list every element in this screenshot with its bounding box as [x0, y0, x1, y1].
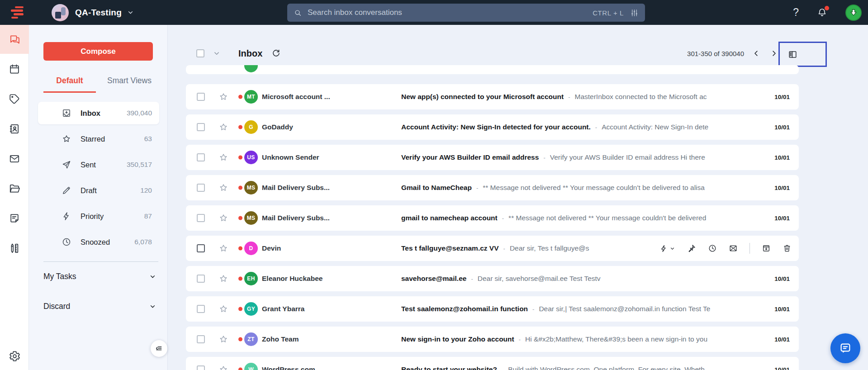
rail-folders-icon[interactable]: [0, 174, 29, 203]
row-checkbox[interactable]: [197, 244, 205, 252]
row-content: Ready to start your website? - Build wit…: [401, 365, 749, 370]
search-bar[interactable]: CTRL + L: [287, 4, 645, 22]
rail-contacts-icon[interactable]: [0, 114, 29, 143]
chat-fab-button[interactable]: [830, 333, 860, 363]
sidebar-folder-priority[interactable]: Priority 87: [38, 205, 159, 228]
mark-read-envelope-icon[interactable]: [729, 244, 738, 253]
section-discard[interactable]: Discard: [43, 299, 157, 313]
collapse-sidebar-button[interactable]: [151, 340, 167, 357]
unread-dot: [238, 247, 242, 251]
archive-icon[interactable]: [762, 244, 771, 253]
section-my-tasks[interactable]: My Tasks: [43, 270, 157, 283]
download-avatar-icon[interactable]: [845, 5, 862, 21]
unread-dot: [238, 156, 242, 160]
star-icon[interactable]: [218, 92, 228, 102]
avatar: US: [244, 151, 258, 164]
help-icon[interactable]: ?: [793, 6, 799, 19]
workspace-chevron-down-icon[interactable]: [127, 9, 134, 16]
star-icon[interactable]: [218, 213, 228, 223]
folder-count: 120: [140, 186, 152, 194]
subject: New app(s) connected to your Microsoft a…: [401, 93, 564, 101]
conversation-row[interactable]: [186, 65, 799, 74]
workspace-name[interactable]: QA-Testing: [75, 8, 122, 18]
rail-tags-icon[interactable]: [0, 85, 29, 114]
conversation-pane: Inbox 301-350 of 390040: [168, 25, 868, 370]
separator: -: [502, 215, 504, 222]
row-checkbox[interactable]: [197, 214, 205, 222]
prev-page-icon[interactable]: [752, 49, 760, 57]
conversation-row[interactable]: D Devin Tes t fallguye@seznam.cz VV - De…: [186, 236, 799, 261]
workspace-avatar[interactable]: [52, 4, 69, 21]
delete-trash-icon[interactable]: [783, 244, 792, 253]
sidebar-folder-draft[interactable]: Draft 120: [38, 179, 159, 202]
row-checkbox[interactable]: [197, 275, 205, 283]
list-header: Inbox 301-350 of 390040: [168, 44, 868, 62]
row-checkbox[interactable]: [197, 93, 205, 101]
search-input[interactable]: [308, 8, 593, 17]
refresh-icon[interactable]: [271, 49, 281, 58]
filter-sliders-icon[interactable]: [630, 9, 639, 17]
folder-count: 6,078: [134, 238, 152, 246]
sidebar-tabs: Default Smart Views: [43, 76, 156, 93]
unread-dot: [238, 95, 242, 99]
avatar: G: [244, 120, 258, 134]
rail-mail-icon[interactable]: [0, 144, 29, 173]
select-options-chevron-icon[interactable]: [213, 49, 221, 57]
star-icon[interactable]: [218, 274, 228, 284]
row-checkbox[interactable]: [197, 123, 205, 131]
separator: -: [471, 275, 473, 282]
star-icon[interactable]: [218, 304, 228, 314]
compose-button[interactable]: Compose: [43, 42, 153, 61]
sidebar-folder-sent[interactable]: Sent 350,517: [38, 153, 159, 176]
star-icon[interactable]: [218, 122, 228, 132]
conversation-row[interactable]: MS Mail Delivery Subs... gmail to namech…: [186, 205, 799, 231]
teaminbox-logo-icon[interactable]: [10, 6, 25, 19]
folder-label: Starred: [81, 135, 105, 143]
avatar: W: [244, 363, 258, 370]
conversation-row[interactable]: US Unknown Sender Verify your AWS Builde…: [186, 145, 799, 170]
folder-icon: [62, 134, 71, 144]
conversation-row[interactable]: MT Microsoft account ... New app(s) conn…: [186, 84, 799, 109]
row-checkbox[interactable]: [197, 184, 205, 192]
pin-icon[interactable]: [687, 244, 696, 253]
conversation-row[interactable]: G GoDaddy Account Activity: New Sign-In …: [186, 114, 799, 140]
rail-conversations-icon[interactable]: [0, 25, 29, 54]
conversation-row[interactable]: MS Mail Delivery Subs... Gmail to NameCh…: [186, 175, 799, 200]
subject: savehorse@mail.ee: [401, 275, 466, 283]
star-icon[interactable]: [218, 152, 228, 162]
rail-notes-icon[interactable]: [0, 204, 29, 233]
snooze-clock-icon[interactable]: [708, 244, 717, 253]
star-icon[interactable]: [218, 365, 228, 370]
reading-pane-toggle-button[interactable]: [787, 49, 798, 60]
conversation-row[interactable]: W WordPress.com Ready to start your webs…: [186, 357, 799, 370]
row-checkbox[interactable]: [197, 305, 205, 313]
separator: -: [543, 154, 545, 161]
sidebar: Compose Default Smart Views Inbox 390,04…: [29, 25, 168, 370]
conversation-row[interactable]: ZT Zoho Team New sign-in to your Zoho ac…: [186, 327, 799, 352]
notification-bell-icon[interactable]: [817, 7, 827, 18]
sidebar-folder-snoozed[interactable]: Snoozed 6,078: [38, 231, 159, 253]
row-checkbox[interactable]: [197, 335, 205, 343]
folder-label: Inbox: [81, 109, 100, 118]
sidebar-folder-inbox[interactable]: Inbox 390,040: [38, 102, 159, 124]
row-checkbox[interactable]: [197, 365, 205, 370]
star-icon[interactable]: [218, 183, 228, 193]
conversation-row[interactable]: GY Grant Ybarra Test saalemonz@zohomail.…: [186, 296, 799, 322]
star-icon[interactable]: [218, 334, 228, 344]
rail-drafting-tools-icon[interactable]: [0, 234, 29, 263]
row-content: Test saalemonz@zohomail.in function - De…: [401, 305, 749, 313]
rail-calendar-icon[interactable]: [0, 55, 29, 84]
snippets-lightning-icon[interactable]: [659, 244, 675, 253]
reading-pane-toggle-highlight: [778, 42, 827, 67]
chevron-down-icon: [149, 273, 157, 280]
conversation-row[interactable]: EH Eleanor Huckabee savehorse@mail.ee - …: [186, 266, 799, 291]
subject: Tes t fallguye@seznam.cz VV: [401, 244, 499, 252]
tab-default[interactable]: Default: [43, 76, 96, 93]
star-icon[interactable]: [218, 243, 228, 253]
tab-smart-views[interactable]: Smart Views: [103, 76, 156, 93]
next-page-icon[interactable]: [770, 49, 778, 57]
rail-settings-icon[interactable]: [0, 347, 29, 365]
select-all-checkbox[interactable]: [196, 49, 204, 57]
sidebar-folder-starred[interactable]: Starred 63: [38, 128, 159, 150]
row-checkbox[interactable]: [197, 153, 205, 161]
